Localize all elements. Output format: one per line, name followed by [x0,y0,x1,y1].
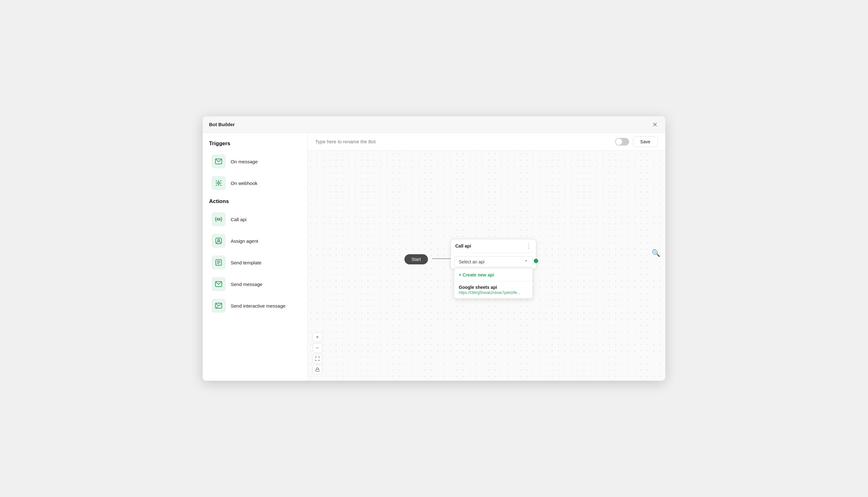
svg-rect-12 [316,369,319,371]
google-sheets-api-item[interactable]: Google sheets api https://l3i6rg5hwak2rd… [454,282,533,298]
sidebar: Triggers On message [203,133,307,381]
window-title: Bot Builder [209,122,235,127]
call-api-node: Call api ⋮ Select an api ⌃ + Create new … [450,239,536,269]
svg-point-2 [218,218,219,220]
on-message-label: On message [231,159,258,164]
main-content: Triggers On message [203,133,665,381]
on-webhook-icon [212,176,226,190]
header-controls: Save [615,136,658,147]
api-item-name: Google sheets api [459,285,528,290]
sidebar-item-on-webhook[interactable]: On webhook [209,173,301,193]
api-dropdown: + Create new api Google sheets api https… [454,268,533,298]
bot-name-input[interactable] [315,139,615,144]
send-template-label: Send template [231,260,261,265]
triggers-section-title: Triggers [209,140,301,147]
assign-agent-label: Assign agent [231,238,258,244]
send-interactive-label: Send interactive message [231,303,286,309]
send-message-icon [212,277,226,291]
on-webhook-label: On webhook [231,181,257,186]
magnify-button[interactable]: 🔍 [652,249,660,257]
send-template-icon [212,255,226,269]
sidebar-item-assign-agent[interactable]: Assign agent [209,231,301,251]
create-new-api[interactable]: + Create new api [454,269,533,282]
svg-line-11 [216,307,218,308]
fit-button[interactable] [313,354,322,364]
on-message-icon [212,154,226,168]
select-api-container: Select an api ⌃ + Create new api Google … [451,253,536,269]
start-node: Start [404,254,428,265]
title-bar: Bot Builder ✕ [203,116,665,133]
svg-point-1 [218,182,219,184]
save-button[interactable]: Save [633,136,658,147]
sidebar-item-on-message[interactable]: On message [209,151,301,172]
call-api-node-header: Call api ⋮ [451,239,536,253]
node-connector-dot [534,259,538,263]
call-api-icon [212,212,226,226]
node-menu-button[interactable]: ⋮ [526,243,532,249]
canvas-header: Save [307,133,665,151]
send-interactive-icon [212,299,226,313]
svg-point-4 [218,239,219,241]
lock-button[interactable] [313,365,322,374]
sidebar-item-send-template[interactable]: Send template [209,252,301,273]
connection-line [432,258,450,259]
actions-section-title: Actions [209,198,301,205]
sidebar-item-send-message[interactable]: Send message [209,274,301,294]
call-api-node-title: Call api [455,243,471,248]
zoom-controls: + − [313,332,322,374]
canvas-background[interactable]: Start Call api ⋮ Select an api ⌃ [307,151,665,381]
close-button[interactable]: ✕ [651,120,659,129]
toggle-switch[interactable] [615,138,629,145]
sidebar-item-send-interactive[interactable]: Send interactive message [209,296,301,316]
chevron-up-icon: ⌃ [524,259,528,265]
api-item-url: https://l3i6rg5hwak2rdxax7pdvlzife... [459,290,528,295]
select-api-button[interactable]: Select an api ⌃ [454,256,533,268]
zoom-out-button[interactable]: − [313,343,322,353]
bot-builder-window: Bot Builder ✕ Triggers On message [203,116,665,381]
sidebar-item-call-api[interactable]: Call api [209,209,301,229]
select-api-placeholder: Select an api [459,259,484,265]
zoom-in-button[interactable]: + [313,332,322,342]
send-message-label: Send message [231,282,262,287]
call-api-label: Call api [231,217,247,222]
canvas-area: Save Start Call api ⋮ [307,133,665,381]
assign-agent-icon [212,234,226,248]
